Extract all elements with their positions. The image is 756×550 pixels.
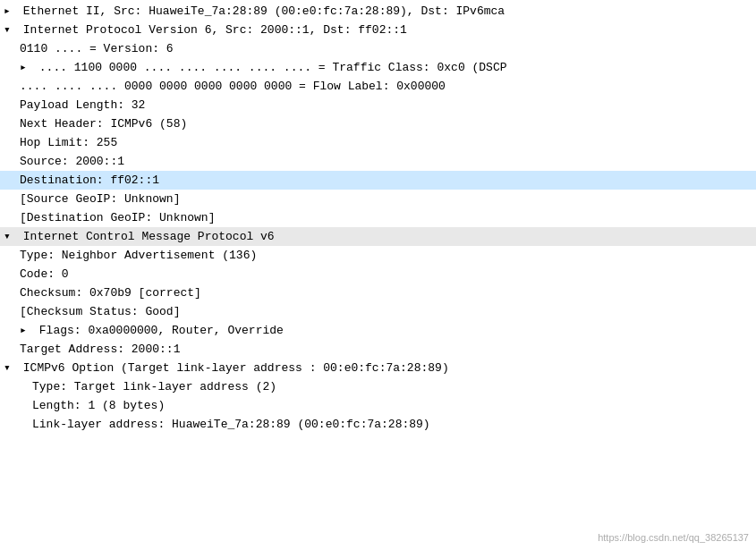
line-text-icmpv6-checksum: Checksum: 0x70b9 [correct]: [20, 284, 201, 301]
packet-line-icmpv6-code: Code: 0: [0, 265, 756, 283]
line-text-ipv6-hop-limit: Hop Limit: 255: [20, 134, 117, 151]
packet-line-ipv6-source-geoip: [Source GeoIP: Unknown]: [0, 190, 756, 208]
toggle-icon-icmpv6-option-header[interactable]: ▾: [4, 360, 16, 377]
toggle-icon-ipv6-header[interactable]: ▾: [4, 21, 16, 38]
line-text-icmpv6-option-length: Length: 1 (8 bytes): [32, 397, 165, 414]
packet-line-ipv6-source: Source: 2000::1: [0, 152, 756, 171]
packet-line-ipv6-hop-limit: Hop Limit: 255: [0, 133, 756, 152]
line-text-ipv6-version: 0110 .... = Version: 6: [20, 40, 174, 57]
line-text-ipv6-dst-geoip: [Destination GeoIP: Unknown]: [20, 209, 215, 226]
line-text-icmpv6-option-header: ICMPv6 Option (Target link-layer address…: [16, 360, 449, 377]
packet-line-ipv6-flow-label: .... .... .... 0000 0000 0000 0000 0000 …: [0, 77, 756, 96]
line-text-icmpv6-code: Code: 0: [20, 266, 69, 283]
toggle-icon-ethernet-header[interactable]: ▸: [4, 3, 16, 20]
packet-line-icmpv6-option-header: ▾ ICMPv6 Option (Target link-layer addre…: [0, 359, 756, 377]
packet-line-ipv6-destination: Destination: ff02::1: [0, 171, 756, 190]
packet-line-ipv6-dst-geoip: [Destination GeoIP: Unknown]: [0, 208, 756, 227]
toggle-icon-icmpv6-flags[interactable]: ▸: [20, 322, 32, 339]
line-text-ipv6-payload-length: Payload Length: 32: [20, 97, 145, 114]
packet-line-ipv6-version: 0110 .... = Version: 6: [0, 39, 756, 58]
line-text-ethernet-header: Ethernet II, Src: HuaweiTe_7a:28:89 (00:…: [16, 3, 505, 20]
packet-line-icmpv6-checksum: Checksum: 0x70b9 [correct]: [0, 283, 756, 302]
line-text-ipv6-next-header: Next Header: ICMPv6 (58): [20, 115, 187, 132]
line-text-ipv6-source-geoip: [Source GeoIP: Unknown]: [20, 190, 180, 207]
line-text-ipv6-flow-label: .... .... .... 0000 0000 0000 0000 0000 …: [20, 78, 446, 95]
packet-line-icmpv6-type: Type: Neighbor Advertisement (136): [0, 246, 756, 265]
packet-line-ethernet-header: ▸ Ethernet II, Src: HuaweiTe_7a:28:89 (0…: [0, 2, 756, 21]
line-text-ipv6-source: Source: 2000::1: [20, 153, 124, 170]
line-text-icmpv6-option-type: Type: Target link-layer address (2): [32, 378, 276, 395]
line-text-icmpv6-type: Type: Neighbor Advertisement (136): [20, 247, 257, 264]
line-text-icmpv6-header: Internet Control Message Protocol v6: [16, 228, 275, 245]
packet-line-icmpv6-header: ▾ Internet Control Message Protocol v6: [0, 227, 756, 246]
toggle-icon-ipv6-traffic-class[interactable]: ▸: [20, 59, 32, 76]
line-text-ipv6-destination: Destination: ff02::1: [20, 172, 159, 189]
packet-line-icmpv6-option-lladdr: Link-layer address: HuaweiTe_7a:28:89 (0…: [0, 415, 756, 434]
packet-line-icmpv6-flags: ▸ Flags: 0xa0000000, Router, Override: [0, 321, 756, 340]
line-text-ipv6-traffic-class: .... 1100 0000 .... .... .... .... .... …: [32, 59, 507, 76]
packet-line-icmpv6-checksum-status: [Checksum Status: Good]: [0, 302, 756, 321]
packet-line-icmpv6-target-addr: Target Address: 2000::1: [0, 340, 756, 359]
line-text-ipv6-header: Internet Protocol Version 6, Src: 2000::…: [16, 21, 407, 38]
toggle-icon-icmpv6-header[interactable]: ▾: [4, 228, 16, 245]
packet-line-icmpv6-option-type: Type: Target link-layer address (2): [0, 377, 756, 396]
line-text-icmpv6-flags: Flags: 0xa0000000, Router, Override: [32, 322, 284, 339]
packet-line-ipv6-payload-length: Payload Length: 32: [0, 96, 756, 114]
packet-line-ipv6-next-header: Next Header: ICMPv6 (58): [0, 114, 756, 133]
line-text-icmpv6-option-lladdr: Link-layer address: HuaweiTe_7a:28:89 (0…: [32, 416, 430, 433]
line-text-icmpv6-target-addr: Target Address: 2000::1: [20, 341, 180, 358]
packet-line-ipv6-traffic-class: ▸ .... 1100 0000 .... .... .... .... ...…: [0, 58, 756, 77]
line-text-icmpv6-checksum-status: [Checksum Status: Good]: [20, 303, 180, 320]
packet-detail-panel: ▸ Ethernet II, Src: HuaweiTe_7a:28:89 (0…: [0, 0, 756, 550]
packet-line-ipv6-header: ▾ Internet Protocol Version 6, Src: 2000…: [0, 21, 756, 39]
packet-line-icmpv6-option-length: Length: 1 (8 bytes): [0, 396, 756, 415]
watermark: https://blog.csdn.net/qq_38265137: [598, 532, 749, 543]
